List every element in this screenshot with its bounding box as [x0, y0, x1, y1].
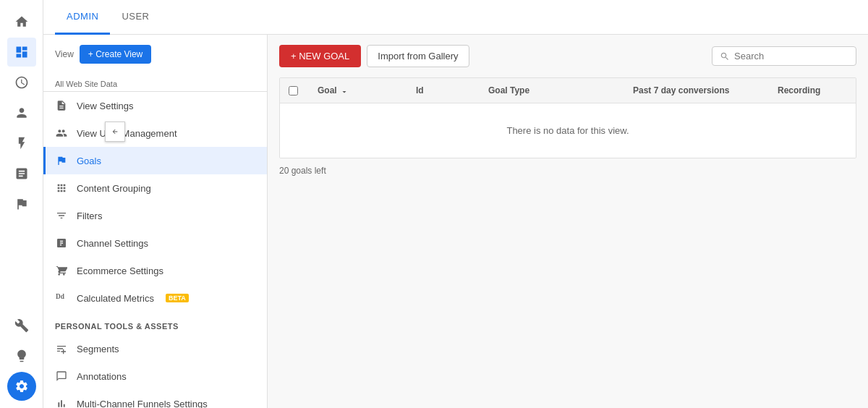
lightbulb-icon[interactable]	[7, 341, 36, 370]
doc-icon[interactable]	[7, 159, 36, 188]
home-icon[interactable]	[7, 7, 36, 36]
table-footer: 20 goals left	[268, 158, 868, 183]
filter-icon	[55, 209, 68, 222]
th-recording: Recording	[769, 78, 856, 103]
select-all-checkbox[interactable]	[289, 86, 298, 95]
sidebar-item-label: Channel Settings	[77, 238, 148, 249]
sidebar-item-annotations[interactable]: Annotations	[43, 362, 267, 390]
sidebar-item-label: Multi-Channel Funnels Settings	[77, 399, 208, 409]
th-checkbox	[280, 78, 309, 103]
sidebar-item-goals[interactable]: Goals	[43, 147, 267, 174]
sidebar-item-label: Calculated Metrics	[77, 293, 154, 304]
sidebar-item-user-management[interactable]: View User Management	[43, 119, 267, 147]
channel-icon	[55, 237, 68, 250]
table-body: There is no data for this view.	[280, 103, 856, 158]
sidebar-section-title: All Web Site Data	[43, 74, 267, 91]
sidebar-item-calculated-metrics[interactable]: Dd Calculated Metrics BETA	[43, 284, 267, 312]
new-goal-button[interactable]: + NEW GOAL	[279, 45, 361, 67]
segments-icon	[55, 342, 68, 355]
back-button[interactable]	[105, 122, 125, 142]
personal-tools-title: PERSONAL TOOLS & ASSETS	[43, 312, 267, 335]
reports-icon[interactable]	[7, 68, 36, 97]
sidebar-item-ecommerce[interactable]: Ecommerce Settings	[43, 257, 267, 284]
sidebar-item-label: Annotations	[77, 371, 127, 382]
annotations-icon	[55, 370, 68, 383]
view-label: View	[55, 49, 74, 59]
svg-text:Dd: Dd	[56, 293, 65, 300]
main-toolbar: + NEW GOAL Import from Gallery	[268, 35, 868, 77]
multichannel-icon	[55, 397, 68, 408]
content-grouping-icon	[55, 182, 68, 195]
sidebar-item-label: Segments	[77, 344, 119, 354]
th-id: Id	[407, 78, 480, 103]
create-view-button[interactable]: + Create View	[80, 45, 152, 64]
sort-icon	[340, 86, 349, 95]
goals-table: Goal Id Goal Type Past 7 day conversions…	[279, 77, 856, 158]
sidebar-item-label: Goals	[77, 156, 101, 166]
gear-icon-rail[interactable]	[7, 372, 36, 401]
th-goal-type: Goal Type	[480, 78, 624, 103]
th-conversions: Past 7 day conversions	[624, 78, 769, 103]
main-wrapper: ADMIN USER View + Create View All Web Si…	[43, 0, 868, 408]
sidebar-item-label: View Settings	[77, 101, 134, 111]
import-gallery-button[interactable]: Import from Gallery	[367, 45, 469, 67]
sidebar-item-label: Filters	[77, 211, 102, 221]
icon-rail	[0, 0, 43, 408]
tab-user[interactable]: USER	[110, 0, 161, 35]
search-icon	[720, 51, 730, 61]
top-tabs: ADMIN USER	[43, 0, 868, 35]
sidebar-item-label: Content Grouping	[77, 183, 151, 194]
sidebar-item-view-settings[interactable]: View Settings	[43, 92, 267, 119]
sidebar: View + Create View All Web Site Data Vie…	[43, 35, 268, 408]
user-icon[interactable]	[7, 98, 36, 127]
content-split: View + Create View All Web Site Data Vie…	[43, 35, 868, 408]
sidebar-item-channel-settings[interactable]: Channel Settings	[43, 229, 267, 257]
flag-icon-rail[interactable]	[7, 190, 36, 218]
no-data-message: There is no data for this view.	[280, 103, 856, 158]
tools-icon[interactable]	[7, 311, 36, 340]
lightning-icon[interactable]	[7, 129, 36, 158]
th-goal[interactable]: Goal	[309, 78, 407, 103]
dashboard-icon[interactable]	[7, 38, 36, 67]
calc-icon: Dd	[55, 292, 68, 305]
sidebar-item-multichannel[interactable]: Multi-Channel Funnels Settings	[43, 390, 267, 408]
sidebar-item-filters[interactable]: Filters	[43, 202, 267, 229]
tab-admin[interactable]: ADMIN	[55, 0, 110, 35]
table-header: Goal Id Goal Type Past 7 day conversions…	[280, 78, 856, 103]
main-panel: + NEW GOAL Import from Gallery Goal	[268, 35, 868, 408]
search-input[interactable]	[734, 51, 843, 61]
beta-badge: BETA	[166, 294, 189, 302]
goals-flag-icon	[55, 154, 68, 167]
sidebar-item-label: View User Management	[77, 128, 177, 139]
cart-icon	[55, 264, 68, 277]
people-icon	[55, 127, 68, 140]
search-container	[712, 46, 856, 66]
settings-icon	[55, 99, 68, 112]
sidebar-item-label: Ecommerce Settings	[77, 265, 163, 276]
sidebar-view-header: View + Create View	[43, 35, 267, 74]
sidebar-item-segments[interactable]: Segments	[43, 335, 267, 362]
sidebar-item-content-grouping[interactable]: Content Grouping	[43, 174, 267, 202]
